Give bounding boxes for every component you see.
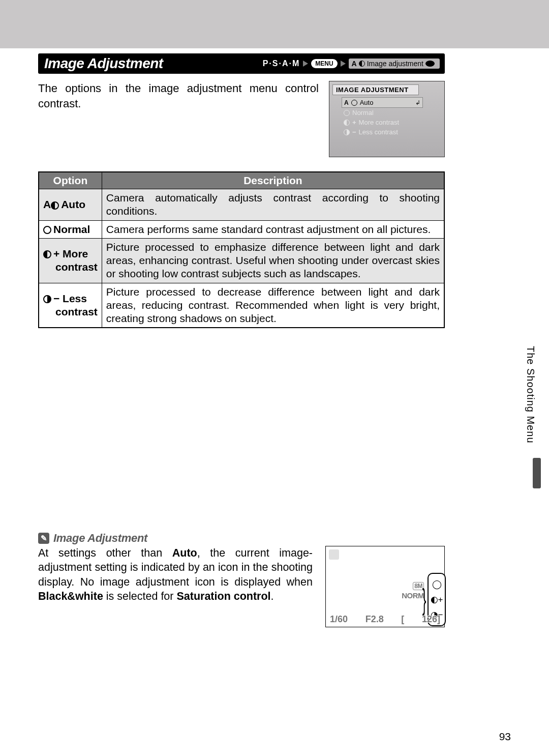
contrast-plus-icon [43,250,51,258]
camera-menu-item: + More contrast [342,118,423,127]
intro-text: The options in the image adjustment menu… [38,81,319,111]
callout-icon: ◯ [432,579,442,590]
table-row: + More contrast Picture processed to emp… [39,238,444,283]
lcd-shutter: 1/60 [330,614,348,625]
side-tab-marker [533,458,541,488]
table-row: Normal Camera performs same standard con… [39,220,444,238]
options-table: Option Description AAuto Camera automati… [38,171,445,328]
contrast-plus-icon [344,120,350,126]
tip-icon: ✎ [38,533,49,544]
note-body: At settings other than Auto, the current… [38,546,313,604]
contrast-minus-icon [43,295,51,303]
breadcrumb-last: A Image adjustment [349,59,440,69]
camera-menu-item: Normal [342,108,423,118]
breadcrumb-arrow-icon [341,61,346,67]
th-option: Option [39,172,102,189]
contrast-icon [359,61,365,67]
table-row: AAuto Camera automatically adjusts contr… [39,189,444,221]
circle-icon [344,110,350,116]
lcd-count: 126] [422,614,440,625]
breadcrumb-menu-pill: MENU [311,59,337,68]
contrast-icon [351,100,357,106]
circle-icon [43,226,51,234]
breadcrumb-psam: P·S·A·M [263,59,300,68]
menu-breadcrumb: P·S·A·M MENU A Image adjustment [263,59,440,69]
page-number: 93 [499,731,511,743]
contrast-icon [51,201,59,210]
lcd-info-stack: 8M NORM [402,582,424,600]
note-heading: ✎ Image Adjustment [38,532,445,545]
brace-icon: } [422,582,426,616]
section-title: Image Adjustment [44,55,163,72]
section-title-bar: Image Adjustment P·S·A·M MENU A Image ad… [38,53,445,74]
side-tab-label: The Shooting Menu [525,346,536,444]
camera-screen-title: IMAGE ADJUSTMENT [332,84,419,95]
breadcrumb-arrow-icon [303,61,308,67]
th-description: Description [102,172,444,189]
lcd-aperture: F2.8 [365,614,384,625]
lcd-quality: NORM [402,591,424,600]
camera-menu-item: − Less contrast [342,127,423,137]
lcd-bottom-row: 1/60 F2.8 [ 126] [330,614,440,625]
contrast-minus-icon [344,129,350,135]
camera-menu-item: AAuto [342,97,423,108]
lcd-mockup: 8M NORM } ◯ ◐+ ◑− 1/60 F2.8 [ 126] [325,546,445,627]
callout-icon: ◐+ [431,594,443,605]
camera-screen-mockup: IMAGE ADJUSTMENT AAuto Normal + More con… [329,81,445,157]
dial-icon [425,61,435,67]
lcd-corner-icon [329,549,339,560]
table-row: − Less contrast Picture processed to dec… [39,283,444,328]
